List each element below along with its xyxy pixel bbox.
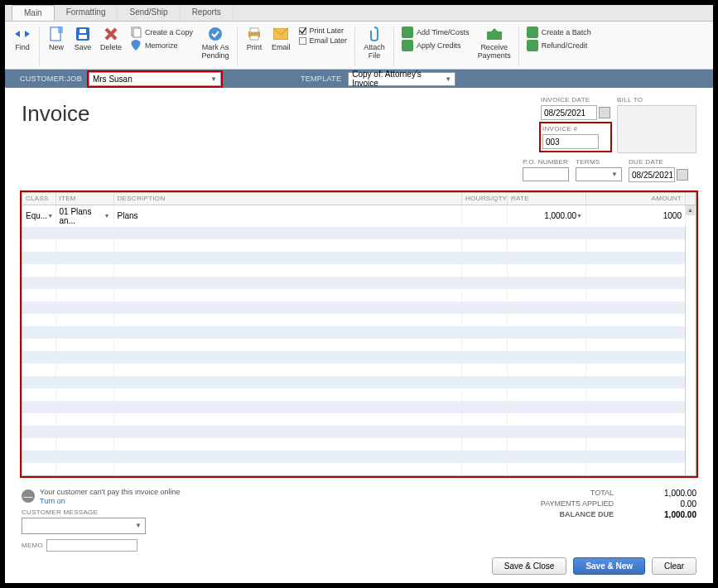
col-item[interactable]: ITEM — [55, 193, 113, 205]
online-pay-notice: — Your customer can't pay this invoice o… — [22, 488, 514, 505]
email-later-check[interactable]: Email Later — [299, 36, 348, 45]
refund-button[interactable]: Refund/Credit — [527, 40, 591, 51]
bill-to-box[interactable] — [617, 105, 696, 153]
svg-rect-17 — [402, 40, 413, 51]
add-time-button[interactable]: Add Time/Costs — [402, 27, 470, 38]
line-items-table: CLASS ITEM DESCRIPTION HOURS/QTY RATE AM… — [22, 192, 696, 476]
due-date-field[interactable]: 08/25/2021 — [629, 167, 675, 182]
check-icon — [208, 27, 223, 41]
due-label: DUE DATE — [629, 158, 688, 166]
credits-icon — [402, 40, 413, 51]
mark-pending-button[interactable]: Mark As Pending — [198, 25, 233, 61]
svg-rect-20 — [527, 40, 538, 51]
batch-group: Create a Batch Refund/Credit — [523, 25, 595, 53]
svg-rect-13 — [250, 28, 258, 32]
copy-icon — [130, 27, 142, 38]
totals: TOTAL1,000.00 PAYMENTS APPLIED0.00 BALAN… — [514, 488, 696, 520]
invoice-date-field[interactable]: 08/25/2021 — [541, 105, 597, 120]
invoice-num-label: INVOICE # — [542, 125, 609, 133]
info-icon: — — [22, 489, 35, 503]
col-amount[interactable]: AMOUNT — [586, 193, 686, 205]
memorize-icon — [130, 40, 142, 51]
new-button[interactable]: New — [44, 25, 69, 53]
svg-marker-0 — [15, 31, 20, 37]
attach-icon — [367, 27, 382, 41]
memorize-button[interactable]: Memorize — [130, 40, 193, 51]
svg-rect-3 — [58, 27, 63, 33]
new-icon — [49, 27, 64, 41]
print-button[interactable]: Print — [242, 25, 267, 53]
item-cell[interactable]: 01 Plans an...▼ — [60, 207, 110, 225]
svg-rect-10 — [133, 28, 141, 37]
create-copy-button[interactable]: Create a Copy — [130, 27, 193, 38]
po-label: P.O. NUMBER — [523, 158, 569, 166]
invoice-date-label: INVOICE DATE — [541, 96, 610, 104]
col-qty[interactable]: HOURS/QTY — [462, 193, 508, 205]
class-cell[interactable]: Equ...▼ — [26, 211, 52, 220]
email-icon — [273, 27, 288, 41]
delete-button[interactable]: Delete — [97, 25, 125, 53]
calendar-icon[interactable] — [599, 107, 610, 118]
calendar-icon[interactable] — [677, 169, 688, 181]
save-new-button[interactable]: Save & New — [573, 557, 645, 575]
tab-bar: Main Formatting Send/Ship Reports — [5, 5, 713, 22]
context-bar: CUSTOMER:JOB Mrs Susan▼ TEMPLATE Copy of… — [5, 70, 713, 88]
clear-button[interactable]: Clear — [652, 557, 696, 575]
save-button[interactable]: Save — [70, 25, 95, 53]
customer-job-combo[interactable]: Mrs Susan▼ — [89, 72, 221, 86]
invoice-form: Invoice INVOICE DATE 08/25/2021 INVOICE … — [5, 88, 713, 552]
template-combo[interactable]: Copy of: Attorney's Invoice▼ — [348, 72, 455, 86]
tab-main[interactable]: Main — [12, 5, 55, 21]
customer-message-combo[interactable]: ▼ — [22, 518, 146, 534]
terms-combo[interactable]: ▼ — [576, 167, 622, 181]
col-class[interactable]: CLASS — [22, 193, 55, 205]
attach-button[interactable]: Attach File — [359, 25, 389, 61]
scrollbar[interactable]: ▲ — [686, 205, 696, 475]
memo-input[interactable] — [46, 539, 137, 552]
receive-button[interactable]: Receive Payments — [475, 25, 514, 61]
find-button[interactable]: Find — [10, 25, 35, 53]
svg-rect-5 — [80, 29, 86, 33]
bill-to-label: BILL TO — [617, 96, 696, 104]
svg-rect-18 — [487, 31, 502, 40]
delete-icon — [104, 27, 118, 41]
desc-cell[interactable]: Plans — [113, 205, 462, 227]
po-field[interactable] — [523, 167, 569, 181]
col-desc[interactable]: DESCRIPTION — [113, 193, 462, 205]
save-icon — [75, 27, 90, 41]
page-title: Invoice — [22, 101, 89, 127]
arrows-icon — [15, 27, 30, 41]
email-button[interactable]: Email — [268, 25, 294, 53]
later-group: Print Later Email Later — [296, 25, 351, 46]
tab-reports[interactable]: Reports — [181, 5, 234, 21]
clock-icon — [402, 27, 413, 38]
tab-sendship[interactable]: Send/Ship — [118, 5, 180, 21]
svg-rect-6 — [79, 35, 87, 39]
customer-job-label: CUSTOMER:JOB — [20, 75, 82, 83]
save-close-button[interactable]: Save & Close — [492, 557, 567, 575]
print-icon — [247, 27, 262, 41]
svg-rect-14 — [250, 36, 258, 40]
customer-message-label: CUSTOMER MESSAGE — [22, 508, 514, 516]
copy-memorize-group: Create a Copy Memorize — [127, 25, 196, 53]
invoice-num-field[interactable]: 003 — [542, 134, 599, 149]
toolbar: Find New Save Delete Create a Copy Memor… — [5, 22, 713, 70]
terms-label: TERMS — [576, 158, 622, 166]
create-batch-button[interactable]: Create a Batch — [527, 27, 591, 38]
refund-icon — [527, 40, 538, 51]
rate-cell[interactable]: 1,000.00▼ — [511, 211, 582, 220]
apply-credits-button[interactable]: Apply Credits — [402, 40, 470, 51]
svg-point-11 — [209, 27, 222, 41]
turn-on-link[interactable]: Turn on — [40, 497, 180, 505]
amount-cell[interactable]: 1000 — [586, 205, 686, 227]
line-row[interactable]: Equ...▼ 01 Plans an...▼ Plans 1,000.00▼ … — [22, 205, 696, 227]
svg-marker-1 — [25, 31, 30, 37]
batch-icon — [527, 27, 538, 38]
tab-formatting[interactable]: Formatting — [55, 5, 118, 21]
memo-label: MEMO — [22, 542, 43, 549]
svg-rect-19 — [527, 27, 538, 38]
svg-rect-16 — [402, 27, 413, 38]
qty-cell[interactable] — [462, 205, 508, 227]
print-later-check[interactable]: Print Later — [299, 27, 348, 35]
col-rate[interactable]: RATE — [508, 193, 586, 205]
